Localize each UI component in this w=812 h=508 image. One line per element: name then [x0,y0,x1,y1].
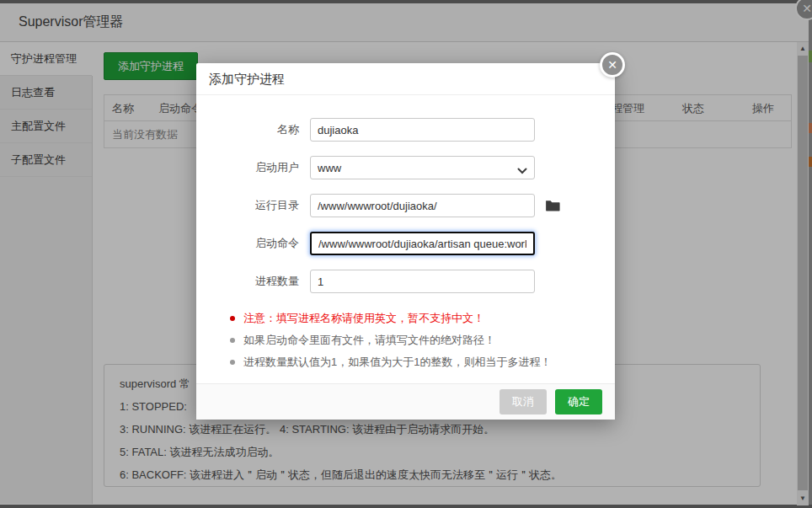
note-text: 如果启动命令里面有文件，请填写文件的绝对路径！ [243,333,495,348]
process-count-label: 进程数量 [196,274,310,289]
note-text: 进程数量默认值为1，如果值为大于1的整数，则相当于多进程！ [243,355,551,370]
modal-notes: 注意：填写进程名称请使用英文，暂不支持中文！ 如果启动命令里面有文件，请填写文件… [196,307,615,373]
modal-title: 添加守护进程 [196,63,615,95]
folder-picker-icon[interactable] [545,200,560,211]
form-row-process-count: 进程数量 [196,270,615,293]
modal-body: 名称 启动用户 www 运行目录 [196,95,615,373]
bullet-icon [230,316,235,321]
add-daemon-modal: ✕ 添加守护进程 名称 启动用户 www 运行目录 [196,63,615,420]
modal-footer: 取消 确定 [196,383,615,420]
name-label: 名称 [196,122,310,137]
confirm-button[interactable]: 确定 [555,389,602,414]
note-item: 进程数量默认值为1，如果值为大于1的整数，则相当于多进程！ [230,351,615,373]
name-input[interactable] [310,118,535,142]
bullet-icon [230,360,235,365]
command-label: 启动命令 [196,236,310,251]
form-row-command: 启动命令 [196,232,615,255]
note-warning: 注意：填写进程名称请使用英文，暂不支持中文！ [230,307,615,329]
modal-close-button[interactable]: ✕ [600,52,625,78]
note-text: 注意：填写进程名称请使用英文，暂不支持中文！ [243,311,484,326]
run-dir-input[interactable] [310,194,535,217]
form-row-run-dir: 运行目录 [196,194,615,217]
close-icon: ✕ [607,58,617,72]
bullet-icon [230,338,235,343]
process-count-input[interactable] [310,270,535,293]
note-item: 如果启动命令里面有文件，请填写文件的绝对路径！ [230,329,615,351]
form-row-name: 名称 [196,118,615,142]
cancel-button[interactable]: 取消 [499,389,547,414]
run-dir-label: 运行目录 [196,198,310,213]
command-input[interactable] [310,232,535,255]
form-row-run-user: 启动用户 www [196,156,615,179]
run-user-label: 启动用户 [196,160,310,175]
run-user-select[interactable]: www [310,156,535,179]
